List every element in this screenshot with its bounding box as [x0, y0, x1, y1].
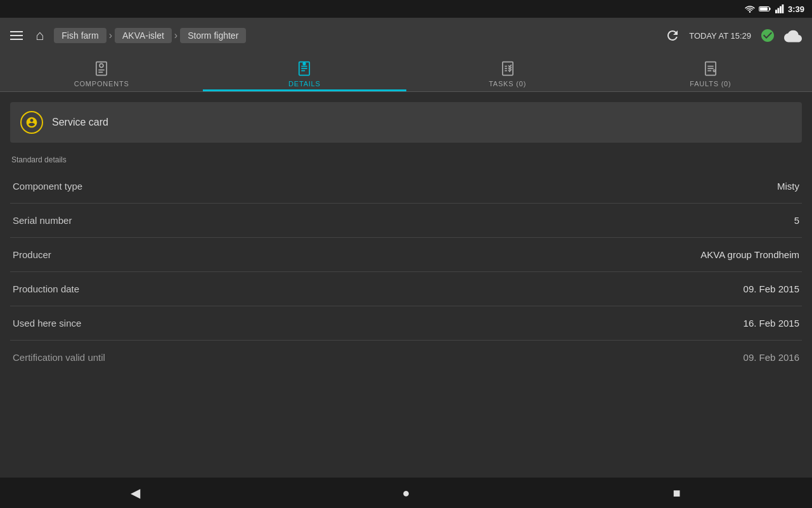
tab-details[interactable]: DETAILS [203, 53, 406, 91]
status-bar: 3:39 [0, 0, 812, 18]
detail-row-certification: Certification valid until 09. Feb 2016 [10, 341, 802, 374]
svg-rect-4 [777, 8, 779, 13]
recents-button[interactable]: ■ [662, 478, 692, 508]
detail-row-used-here-since: Used here since 16. Feb 2015 [10, 306, 802, 341]
standard-details-section: Standard details Component type Misty Se… [10, 155, 802, 374]
svg-point-8 [100, 63, 103, 67]
value-component-type: Misty [777, 181, 799, 192]
value-serial-number: 5 [794, 215, 799, 226]
detail-row-producer: Producer AKVA group Trondheim [10, 238, 802, 272]
toolbar-right: TODAY AT 15:29 [665, 28, 802, 43]
label-component-type: Component type [13, 181, 82, 192]
service-card-title: Service card [52, 117, 108, 128]
battery-icon [759, 4, 771, 13]
main-content: Service card Standard details Component … [0, 92, 812, 384]
home-icon[interactable]: ⌂ [35, 27, 44, 44]
signal-icon [775, 4, 784, 13]
value-used-here-since: 16. Feb 2015 [744, 318, 799, 329]
cloud-icon [784, 28, 802, 43]
label-producer: Producer [13, 249, 51, 260]
tab-faults-label: FAULTS (0) [690, 80, 731, 88]
toolbar: ⌂ Fish farm › AKVA-islet › Storm fighter… [0, 18, 812, 53]
svg-rect-1 [769, 8, 770, 10]
svg-point-15 [304, 63, 306, 65]
tab-faults[interactable]: FAULTS (0) [609, 53, 812, 91]
timestamp: TODAY AT 15:29 [689, 31, 751, 41]
label-production-date: Production date [13, 283, 79, 294]
check-icon [760, 28, 775, 43]
breadcrumb-storm-fighter[interactable]: Storm fighter [180, 28, 246, 43]
faults-tab-icon [702, 60, 719, 77]
breadcrumb: Fish farm › AKVA-islet › Storm fighter [54, 28, 657, 43]
label-serial-number: Serial number [13, 215, 72, 226]
components-tab-icon [93, 60, 110, 77]
tab-tasks-label: TASKS (0) [489, 80, 526, 88]
details-tab-icon [295, 60, 313, 77]
hamburger-menu[interactable] [10, 31, 23, 40]
breadcrumb-sep-2: › [174, 30, 177, 41]
breadcrumb-akva-islet[interactable]: AKVA-islet [115, 28, 172, 43]
refresh-icon[interactable] [665, 28, 680, 43]
svg-rect-2 [760, 8, 768, 11]
settings-icon [25, 116, 38, 129]
home-button[interactable]: ● [391, 478, 422, 508]
bottom-nav: ◀ ● ■ [0, 478, 812, 508]
tab-components-label: COMPONENTS [74, 80, 129, 88]
section-label: Standard details [11, 155, 802, 164]
wifi-icon [745, 4, 755, 13]
svg-rect-6 [782, 4, 783, 13]
tab-components[interactable]: COMPONENTS [0, 53, 203, 91]
value-production-date: 09. Feb 2015 [744, 283, 799, 294]
detail-row-production-date: Production date 09. Feb 2015 [10, 272, 802, 306]
tab-details-label: DETAILS [288, 80, 321, 88]
label-certification: Certification valid until [13, 352, 105, 363]
breadcrumb-fish-farm[interactable]: Fish farm [54, 28, 106, 43]
svg-rect-5 [780, 6, 782, 13]
label-used-here-since: Used here since [13, 318, 81, 329]
svg-point-26 [714, 72, 714, 72]
service-card-header: Service card [10, 102, 802, 143]
detail-row-serial-number: Serial number 5 [10, 204, 802, 238]
back-button[interactable]: ◀ [120, 478, 151, 508]
value-producer: AKVA group Trondheim [700, 249, 799, 260]
tab-bar: COMPONENTS DETAILS TASKS (0) [0, 53, 812, 92]
tasks-tab-icon [499, 60, 517, 77]
svg-rect-3 [775, 10, 777, 13]
service-card-icon [20, 111, 43, 134]
status-icons: 3:39 [745, 4, 804, 14]
breadcrumb-sep-1: › [109, 30, 112, 41]
value-certification: 09. Feb 2016 [744, 352, 799, 363]
svg-rect-16 [502, 62, 512, 75]
tab-tasks[interactable]: TASKS (0) [406, 53, 609, 91]
detail-row-component-type: Component type Misty [10, 169, 802, 204]
time-display: 3:39 [788, 4, 804, 14]
